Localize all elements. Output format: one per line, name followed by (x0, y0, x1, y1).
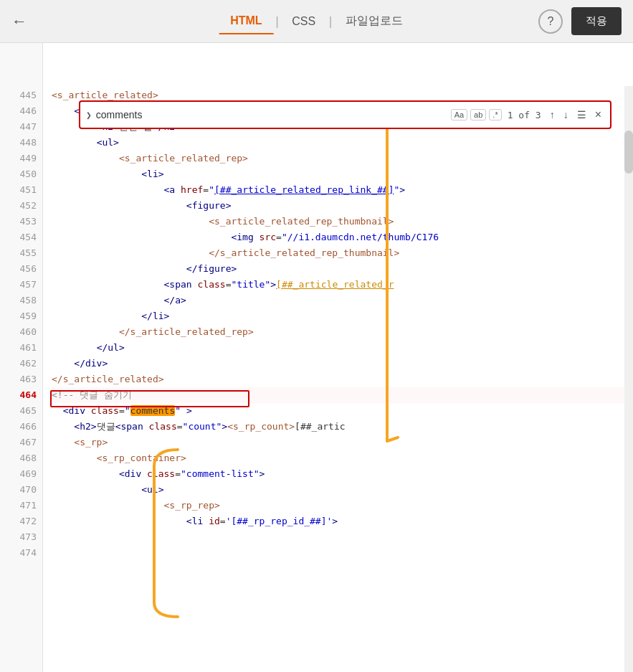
toolbar: ← HTML | CSS | 파일업로드 ? 적용 (0, 0, 633, 43)
search-expand-icon: ❯ (86, 110, 92, 120)
code-line-471: <s_rp_rep> (52, 498, 633, 514)
code-content[interactable]: <s_article_related> <div class="related-… (43, 43, 633, 672)
code-line-469: <div class="comment-list"> (52, 466, 633, 482)
code-line-448: <ul> (52, 135, 633, 151)
tab-upload[interactable]: 파일업로드 (334, 8, 414, 34)
line-num-459: 459 (0, 308, 42, 324)
line-num-448: 448 (0, 135, 42, 151)
code-line-454: <img src="//i1.daumcdn.net/thumb/C176 (52, 229, 633, 245)
apply-button[interactable]: 적용 (571, 7, 622, 35)
search-input[interactable] (96, 109, 451, 120)
line-num-447: 447 (0, 119, 42, 135)
search-menu-btn[interactable]: ☰ (574, 108, 589, 122)
code-line-450: <li> (52, 166, 633, 182)
code-line-456: </figure> (52, 261, 633, 277)
line-num-454: 454 (0, 229, 42, 245)
code-line-472: <li id='[##_rp_rep_id_##]'> (52, 514, 633, 529)
line-num-449: 449 (0, 151, 42, 166)
line-num-472: 472 (0, 514, 42, 529)
code-line-461: </ul> (52, 340, 633, 356)
line-num-468: 468 (0, 450, 42, 466)
line-num-453: 453 (0, 214, 42, 229)
line-num-445: 445 (0, 87, 42, 103)
line-num-465: 465 (0, 403, 42, 419)
line-num-470: 470 (0, 482, 42, 498)
line-num-460: 460 (0, 324, 42, 340)
code-line-464: <!-- 댓글 숨기기 (52, 387, 633, 403)
tab-css[interactable]: CSS (280, 9, 327, 34)
line-num-450: 450 (0, 166, 42, 182)
code-line-462: </div> (52, 356, 633, 372)
code-line-468: <s_rp_container> (52, 450, 633, 466)
code-line-452: <figure> (52, 198, 633, 214)
editor: ❯ Aa ab .* 1 of 3 ↑ ↓ ☰ × 445 446 447 44… (0, 43, 633, 672)
line-num-455: 455 (0, 245, 42, 261)
code-line-449: <s_article_related_rep> (52, 151, 633, 166)
line-num-463: 463 (0, 372, 42, 387)
line-num-456: 456 (0, 261, 42, 277)
line-num-457: 457 (0, 277, 42, 293)
code-line-460: </s_article_related_rep> (52, 324, 633, 340)
line-num-466: 466 (0, 419, 42, 435)
code-line-466: <h2>댓글<span class="count"><s_rp_count>[#… (52, 419, 633, 435)
line-num-474: 474 (0, 545, 42, 561)
line-num-467: 467 (0, 435, 42, 450)
line-num-471: 471 (0, 498, 42, 514)
search-nav: ↑ ↓ ☰ × (547, 107, 604, 123)
code-area: 445 446 447 448 449 450 451 452 453 454 … (0, 43, 633, 672)
line-num-469: 469 (0, 466, 42, 482)
search-case-btn[interactable]: Aa (451, 109, 467, 120)
search-count: 1 of 3 (508, 110, 541, 120)
tab-sep-1: | (274, 14, 281, 28)
code-line-455: </s_article_related_rep_thumbnail> (52, 245, 633, 261)
line-num-458: 458 (0, 293, 42, 308)
line-num-461: 461 (0, 340, 42, 356)
search-next-btn[interactable]: ↓ (561, 108, 571, 122)
code-line-453: <s_article_related_rep_thumbnail> (52, 214, 633, 229)
line-num-452: 452 (0, 198, 42, 214)
code-line-459: </li> (52, 308, 633, 324)
code-line-470: <ul> (52, 482, 633, 498)
line-numbers: 445 446 447 448 449 450 451 452 453 454 … (0, 43, 43, 672)
search-bar: ❯ Aa ab .* 1 of 3 ↑ ↓ ☰ × (79, 100, 611, 129)
search-options: Aa ab .* (451, 109, 502, 120)
search-prev-btn[interactable]: ↑ (547, 108, 558, 122)
code-line-465: <div class="comments" > (52, 403, 633, 419)
back-button[interactable]: ← (11, 14, 27, 29)
search-regex-btn[interactable]: .* (489, 109, 501, 120)
code-line-458: </a> (52, 293, 633, 308)
line-num-462: 462 (0, 356, 42, 372)
scrollbar-thumb[interactable] (624, 131, 633, 174)
scrollbar[interactable] (624, 86, 633, 672)
tab-sep-2: | (327, 14, 334, 28)
code-line-463: </s_article_related> (52, 372, 633, 387)
help-button[interactable]: ? (538, 9, 563, 34)
line-num-446: 446 (0, 103, 42, 119)
search-close-btn[interactable]: × (592, 107, 604, 123)
code-line-451: <a href="[##_article_related_rep_link_##… (52, 182, 633, 198)
line-num-473: 473 (0, 529, 42, 545)
tab-group: HTML | CSS | 파일업로드 (219, 8, 414, 34)
code-line-457: <span class="title">[##_article_related_… (52, 277, 633, 293)
line-num-451: 451 (0, 182, 42, 198)
search-word-btn[interactable]: ab (470, 109, 486, 120)
tab-html[interactable]: HTML (219, 9, 273, 34)
code-line-467: <s_rp> (52, 435, 633, 450)
line-num-464: 464 (0, 387, 42, 403)
